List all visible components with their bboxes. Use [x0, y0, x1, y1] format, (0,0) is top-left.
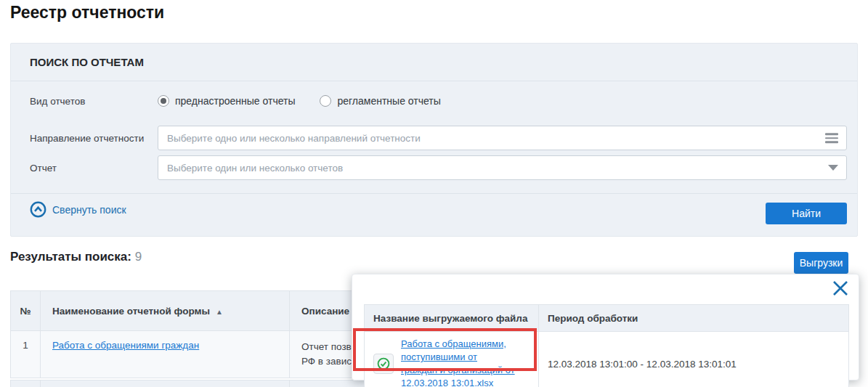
chevron-down-icon[interactable] — [828, 165, 838, 171]
radio-regulated-reports-label: регламентные отчеты — [337, 95, 440, 107]
col-header-name[interactable]: Наименование отчетной формы▲ — [41, 291, 290, 331]
collapse-search-link[interactable]: Свернуть поиск — [30, 201, 126, 218]
radio-selected-icon[interactable] — [158, 95, 169, 107]
close-icon[interactable] — [831, 279, 850, 298]
report-row: Отчет — [30, 155, 847, 180]
results-label: Результаты поиска: — [10, 250, 131, 264]
file-cell: Работа с обращениями, поступившими от гр… — [365, 332, 539, 387]
download-file-link[interactable]: Работа с обращениями, поступившими от гр… — [401, 338, 530, 387]
report-label: Отчет — [30, 163, 149, 174]
processing-period: 12.03.2018 13:01:00 - 12.03.2018 13:01:0… — [548, 359, 737, 370]
report-kind-radio-group: преднастроенные отчеты регламентные отче… — [158, 95, 441, 107]
radio-unselected-icon[interactable] — [320, 95, 331, 107]
col-header-period: Период обработки — [539, 305, 849, 332]
downloads-button[interactable]: Выгрузки — [794, 252, 848, 274]
radio-preset-reports[interactable]: преднастроенные отчеты — [158, 95, 295, 107]
check-circle-button[interactable] — [373, 354, 394, 374]
page-title: Реестр отчетности — [10, 3, 164, 23]
report-form-link[interactable]: Работа с обращениями граждан — [52, 340, 199, 351]
chevron-up-circle-icon — [30, 201, 46, 218]
downloads-table: Название выгружаемого файла Период обраб… — [364, 304, 849, 387]
sort-asc-triangle-icon[interactable]: ▲ — [216, 308, 223, 316]
direction-label: Направление отчетности — [30, 133, 149, 144]
report-input[interactable] — [158, 155, 847, 180]
results-count: 9 — [135, 250, 142, 264]
find-button[interactable]: Найти — [766, 203, 847, 224]
panel-divider — [11, 193, 857, 194]
collapse-search-label: Свернуть поиск — [52, 204, 126, 216]
row-name-cell: Работа с обращениями граждан — [41, 331, 290, 378]
report-kind-label: Вид отчетов — [30, 96, 149, 107]
downloads-popup: Название выгружаемого файла Период обраб… — [352, 274, 859, 380]
search-panel-header: ПОИСК ПО ОТЧЕТАМ — [11, 44, 857, 81]
search-panel: ПОИСК ПО ОТЧЕТАМ Вид отчетов преднастрое… — [10, 43, 858, 237]
downloads-table-header-row: Название выгружаемого файла Период обраб… — [365, 305, 849, 332]
report-input-wrap — [158, 155, 847, 180]
results-summary: Результаты поиска: 9 — [10, 250, 142, 264]
search-panel-title: ПОИСК ПО ОТЧЕТАМ — [30, 56, 144, 68]
direction-input[interactable] — [158, 126, 847, 150]
col-header-file-name: Название выгружаемого файла — [365, 305, 539, 332]
page: Реестр отчетности ПОИСК ПО ОТЧЕТАМ Вид о… — [0, 0, 868, 387]
direction-input-wrap — [158, 126, 847, 150]
check-circle-icon — [377, 357, 390, 370]
period-cell: 12.03.2018 13:01:00 - 12.03.2018 13:01:0… — [539, 332, 849, 387]
radio-preset-reports-label: преднастроенные отчеты — [175, 95, 295, 107]
list-icon[interactable] — [825, 133, 838, 143]
downloads-table-row: Работа с обращениями, поступившими от гр… — [365, 332, 849, 387]
col-header-num: № — [11, 291, 41, 331]
radio-regulated-reports[interactable]: регламентные отчеты — [320, 95, 440, 107]
direction-row: Направление отчетности — [30, 126, 847, 150]
report-kind-row: Вид отчетов преднастроенные отчеты регла… — [30, 89, 847, 113]
row-num: 1 — [11, 331, 41, 378]
